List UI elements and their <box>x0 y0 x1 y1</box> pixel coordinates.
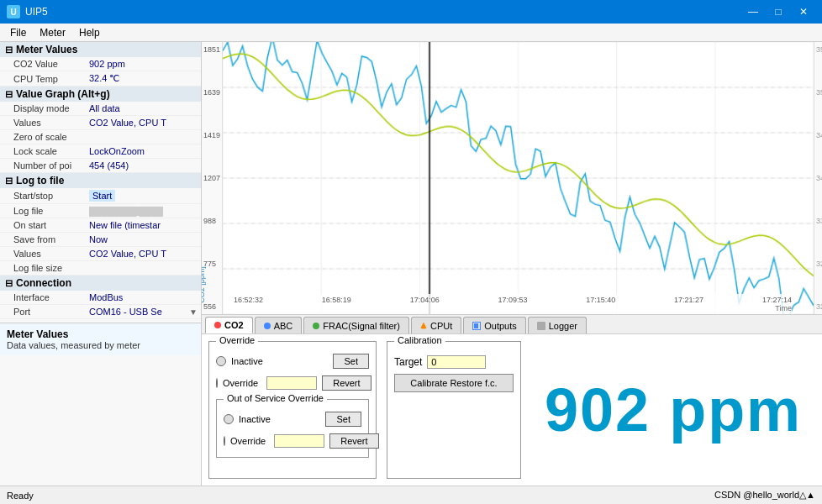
oos-override-label: Override <box>230 436 266 446</box>
x-label-2: 16:58:19 <box>322 296 351 312</box>
tab-logger-label: Logger <box>549 321 577 331</box>
calibration-target-input[interactable] <box>427 355 486 369</box>
y2-label-6: 32.9 <box>816 260 822 268</box>
tab-frac[interactable]: FRAC(Signal filter) <box>303 317 409 333</box>
y2-label-2: 35.3 <box>816 88 822 97</box>
tab-bar: CO2 ABC FRAC(Signal filter) CPUt Outputs <box>202 314 822 334</box>
left-panel: Meter Values CO2 Value 902 ppm CPU Temp … <box>0 42 202 486</box>
close-button[interactable]: ✕ <box>792 0 815 24</box>
menu-file[interactable]: File <box>3 25 33 40</box>
oos-revert-button[interactable]: Revert <box>329 433 378 449</box>
oos-inactive-label: Inactive <box>239 414 271 424</box>
section-meter-values[interactable]: Meter Values <box>0 42 201 57</box>
bottom-panel: Override Inactive Set Override Revert Ou… <box>202 334 822 486</box>
footer-description: Data values, measured by meter <box>7 340 194 350</box>
y-label-3: 1419 <box>203 131 220 139</box>
override-title: Override <box>216 335 258 345</box>
override-set-button[interactable]: Set <box>333 354 369 369</box>
y2-label-1: 35.5 <box>816 45 822 54</box>
calibration-box: Calibration Target Calibrate Restore f.c… <box>387 341 521 479</box>
tab-abc[interactable]: ABC <box>255 317 303 333</box>
tab-frac-dot <box>313 323 319 329</box>
override-override-row: Override Revert <box>216 375 369 391</box>
prop-cpu-temp: CPU Temp 32.4 ℃ <box>0 71 201 87</box>
prop-lock-scale: Lock scale LockOnZoom <box>0 144 201 159</box>
tab-outputs-label: Outputs <box>484 321 517 331</box>
prop-num-points: Number of poi 454 (454) <box>0 159 201 173</box>
prop-values-log: Values CO2 Value, CPU T <box>0 247 201 261</box>
footer-title: Meter Values <box>7 328 194 340</box>
big-value-display: 902 ppm <box>531 341 815 479</box>
out-of-service-title: Out of Service Override <box>224 393 327 403</box>
main-container: Meter Values CO2 Value 902 ppm CPU Temp … <box>0 42 822 486</box>
x-axis-labels: 16:52:32 16:58:19 17:04:06 17:09:53 17:1… <box>234 294 792 314</box>
prop-values: Values CO2 Value, CPU T <box>0 116 201 130</box>
tab-cput-dot <box>420 323 427 329</box>
override-override-radio[interactable] <box>216 378 218 388</box>
tab-cput[interactable]: CPUt <box>411 317 461 333</box>
chart-canvas[interactable] <box>223 42 814 314</box>
oos-set-button[interactable]: Set <box>325 412 361 427</box>
calibrate-restore-button[interactable]: Calibrate Restore f.c. <box>394 374 514 392</box>
prop-log-file: Log file ████████ ████ <box>0 204 201 218</box>
out-of-service-box: Out of Service Override Inactive Set Ove… <box>216 399 369 458</box>
tab-outputs[interactable]: Outputs <box>463 317 526 333</box>
tab-logger[interactable]: Logger <box>528 317 587 333</box>
dropdown-icon: ▼ <box>189 307 198 317</box>
override-inactive-label: Inactive <box>231 356 263 366</box>
tab-cput-label: CPUt <box>430 321 452 331</box>
prop-start-stop: Start/stop Start <box>0 188 201 204</box>
y2-label-4: 34.5 <box>816 174 822 182</box>
x-label-1: 16:52:32 <box>234 296 263 312</box>
section-value-graph[interactable]: Value Graph (Alt+g) <box>0 87 201 102</box>
prop-save-from: Save from Now <box>0 233 201 247</box>
prop-display-mode: Display mode All data <box>0 102 201 116</box>
oos-inactive-radio[interactable] <box>224 414 234 424</box>
prop-on-start: On start New file (timestar <box>0 218 201 233</box>
status-bar: Ready CSDN @hello_world△▲ <box>0 486 822 504</box>
title-bar: U UIP5 — □ ✕ <box>0 0 822 24</box>
maximize-button[interactable]: □ <box>767 0 790 24</box>
calibration-title: Calibration <box>394 335 445 345</box>
override-value-input[interactable] <box>266 376 317 390</box>
oos-value-input[interactable] <box>274 434 324 448</box>
menu-meter[interactable]: Meter <box>33 25 72 40</box>
menu-help[interactable]: Help <box>72 25 107 40</box>
x-label-6: 17:21:27 <box>674 296 703 312</box>
prop-log-file-size: Log file size <box>0 261 201 276</box>
y2-label-7: 32.2 <box>816 302 822 311</box>
calibration-target-row: Target <box>394 355 514 369</box>
minimize-button[interactable]: — <box>741 0 765 24</box>
menu-bar: File Meter Help <box>0 24 822 42</box>
y-label-4: 1207 <box>203 174 220 182</box>
y-label-2: 1639 <box>203 88 220 97</box>
section-log-to-file[interactable]: Log to file <box>0 173 201 188</box>
calibration-target-label: Target <box>394 356 422 368</box>
big-value-unit: ppm <box>669 375 802 444</box>
tab-co2[interactable]: CO2 <box>205 317 253 333</box>
window-controls: — □ ✕ <box>741 0 815 24</box>
override-box: Override Inactive Set Override Revert Ou… <box>208 341 377 479</box>
oos-inactive-row: Inactive Set <box>224 412 361 427</box>
y2-label-5: 33.5 <box>816 217 822 225</box>
override-inactive-row: Inactive Set <box>216 354 369 369</box>
tab-outputs-icon <box>472 322 481 330</box>
y-label-1: 1851 <box>203 45 220 54</box>
y2-label-3: 34.9 <box>816 131 822 139</box>
app-icon: U <box>7 5 20 18</box>
panel-footer: Meter Values Data values, measured by me… <box>0 323 201 355</box>
override-inactive-radio[interactable] <box>216 356 226 366</box>
prop-zero-of-scale: Zero of scale <box>0 130 201 144</box>
tab-co2-label: CO2 <box>224 320 244 330</box>
section-connection[interactable]: Connection <box>0 276 201 291</box>
x-label-3: 17:04:06 <box>410 296 440 312</box>
oos-override-radio[interactable] <box>224 436 225 446</box>
y-label-5: 988 <box>203 217 220 225</box>
override-revert-button[interactable]: Revert <box>322 375 371 391</box>
right-panel: 1851 1639 1419 1207 988 775 556 CO2 [ppm… <box>202 42 822 486</box>
override-override-label: Override <box>223 378 258 388</box>
tab-abc-label: ABC <box>274 321 293 331</box>
prop-interface: Interface ModBus <box>0 291 201 305</box>
x-label-7: 17:27:14Time <box>762 296 792 312</box>
tab-logger-icon <box>537 322 545 330</box>
